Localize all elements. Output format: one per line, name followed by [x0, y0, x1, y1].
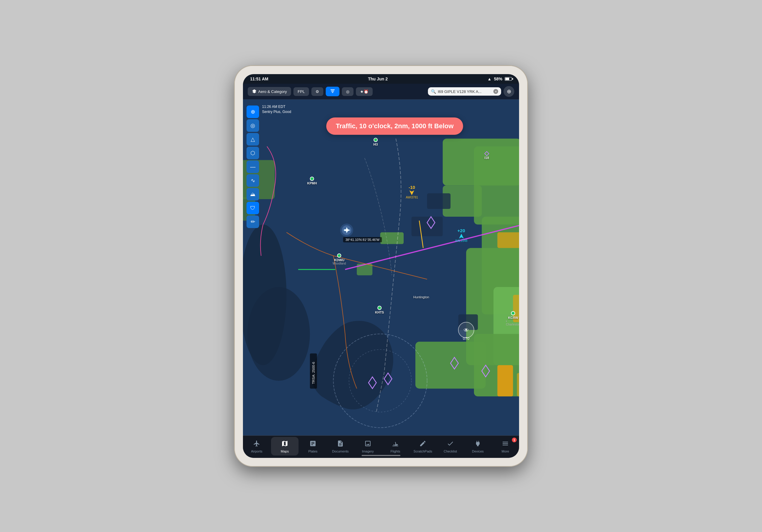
tab-more[interactable]: 1 More [492, 436, 519, 457]
airport-kcrw[interactable]: KCRW • Charleston [506, 311, 519, 326]
tool-mountain[interactable]: ⛰ [247, 188, 259, 200]
traffic-aal1548[interactable]: +20 AAL1548 [455, 228, 467, 242]
flights-label: Flights [391, 449, 400, 453]
ipad-frame: 11:51 AM Thu Jun 2 ▲ 58% Aero & Category… [235, 66, 527, 466]
status-bar: 11:51 AM Thu Jun 2 ▲ 58% [243, 74, 519, 84]
tab-devices[interactable]: Devices [464, 436, 492, 457]
traffic-awi3781[interactable]: -10 AWI3781 [406, 185, 418, 199]
search-input[interactable] [438, 89, 492, 94]
airport-label-kcrw: KCRW [508, 316, 518, 320]
layers-button[interactable]: Aero & Category [248, 87, 291, 96]
ipad-screen: 11:51 AM Thu Jun 2 ▲ 58% Aero & Category… [243, 74, 519, 458]
awi3781-callsign: AWI3781 [406, 196, 418, 199]
kcrw-sub: • Charleston [506, 320, 519, 326]
airport-label-kpmh: KPMH [307, 182, 317, 185]
left-sidebar: ⊕ ◎ △ ⬡ — ∿ ⛰ 🛡 ✏ [247, 106, 259, 228]
airports-icon [253, 440, 260, 448]
maps-icon [281, 440, 288, 448]
airport-label-kdwu: KDWU [334, 258, 344, 262]
plates-icon [309, 440, 317, 448]
airport-label-i43: I43 [373, 143, 378, 146]
awi3781-alt: -10 [406, 185, 418, 190]
imagery-icon [364, 440, 371, 448]
airport-label-khts: KHTS [375, 311, 384, 314]
documents-icon [337, 440, 344, 448]
airport-dot-kdwu [337, 254, 341, 258]
tab-documents[interactable]: Documents [327, 436, 354, 457]
map-time: 11:26 AM EDT [262, 104, 291, 110]
imagery-label: Imagery [362, 449, 374, 453]
airports-label: Airports [251, 449, 263, 453]
devices-icon [474, 440, 482, 448]
tool-dash[interactable]: — [247, 161, 259, 173]
airport-i43[interactable]: I43 [373, 138, 378, 146]
tool-wave[interactable]: ∿ [247, 174, 259, 187]
tab-imagery[interactable]: Imagery [354, 436, 382, 457]
scratchpads-icon [419, 440, 426, 448]
aal1548-callsign: AAL1548 [455, 239, 467, 242]
home-indicator [361, 455, 401, 456]
devices-label: Devices [472, 449, 484, 453]
battery-icon [505, 77, 512, 81]
status-date: Thu Jun 2 [368, 77, 388, 81]
tool-triangle[interactable]: △ [247, 133, 259, 146]
search-icon: 🔍 [431, 89, 436, 94]
status-right: ▲ 58% [488, 77, 512, 81]
airport-label-i18: I18 [485, 156, 489, 160]
status-time: 11:51 AM [250, 77, 268, 81]
checklist-label: Checklist [444, 449, 457, 453]
map-area[interactable]: 👁 070 TRSA: 2500-6 11:26 AM EDT Sentry P… [243, 100, 519, 435]
airport-khts[interactable]: KHTS [375, 306, 384, 314]
battery-percent: 58% [494, 77, 502, 81]
traffic-alert-banner: Traffic, 10 o'clock, 2nm, 1000 ft Below [326, 117, 463, 135]
tab-maps[interactable]: Maps [271, 437, 298, 455]
plates-label: Plates [308, 449, 318, 453]
airport-dot-khts [377, 306, 382, 310]
checklist-icon [447, 440, 454, 448]
airport-kpmh[interactable]: KPMH [307, 177, 317, 185]
airport-kdwu[interactable]: KDWU Woodland [333, 254, 346, 265]
settings-button[interactable]: ⚙ [311, 87, 323, 96]
compass-icon: ⊕ [507, 88, 511, 95]
tool-shield[interactable]: 🛡 [247, 202, 259, 214]
airport-dot-kcrw [511, 311, 515, 315]
aal1548-alt: +20 [455, 228, 467, 233]
favorites-button[interactable]: ★⏰ [356, 87, 373, 96]
tool-compass[interactable]: ◎ [247, 119, 259, 132]
tool-target[interactable]: ⊕ [247, 106, 259, 118]
tab-checklist[interactable]: Checklist [436, 436, 464, 457]
search-bar[interactable]: 🔍 ✕ [428, 87, 501, 96]
filter-button[interactable] [326, 87, 340, 96]
more-label: More [501, 449, 509, 453]
tab-bar: Airports Maps Plates [243, 435, 519, 458]
fpl-button[interactable]: FPL [293, 87, 309, 96]
airport-dot-i18 [484, 151, 489, 156]
scratchpads-label: ScratchPads [414, 449, 432, 453]
flights-icon [392, 440, 399, 448]
tab-plates[interactable]: Plates [299, 436, 327, 457]
kdwu-sub: Woodland [333, 262, 346, 265]
tool-pen[interactable]: ✏ [247, 215, 259, 228]
more-badge: 1 [512, 437, 517, 442]
documents-label: Documents [332, 449, 349, 453]
user-aircraft[interactable] [339, 222, 355, 238]
location-icon: ▲ [488, 77, 492, 81]
compass-button[interactable]: ⊕ [503, 86, 514, 97]
search-clear-button[interactable]: ✕ [494, 89, 498, 94]
tab-scratchpads[interactable]: ScratchPads [409, 436, 436, 457]
time-button[interactable]: ◎ [342, 87, 353, 96]
map-background [243, 100, 519, 435]
settings-icon: ⚙ [316, 89, 319, 94]
clock-icon: ◎ [346, 89, 349, 94]
huntington-label: Huntington [413, 295, 429, 299]
tool-polygon[interactable]: ⬡ [247, 147, 259, 159]
tab-airports[interactable]: Airports [243, 436, 270, 457]
airport-dot-i43 [373, 138, 378, 142]
maps-label: Maps [281, 449, 289, 453]
tab-flights[interactable]: Flights [382, 436, 409, 457]
toolbar: Aero & Category FPL ⚙ ◎ ★⏰ 🔍 ✕ [243, 84, 519, 100]
more-icon [502, 440, 509, 448]
airport-i18[interactable]: I18 [485, 152, 489, 160]
map-info: 11:26 AM EDT Sentry Plus, Good [262, 104, 291, 114]
airport-dot-kpmh [310, 177, 314, 181]
